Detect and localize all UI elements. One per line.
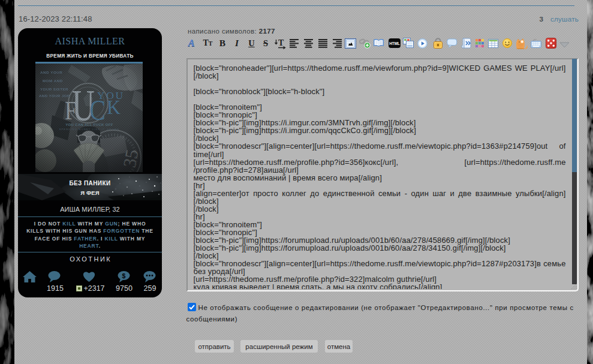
svg-text:$: $ — [122, 272, 126, 279]
svg-text:HTML: HTML — [389, 41, 400, 46]
svg-text:T: T — [278, 38, 284, 47]
